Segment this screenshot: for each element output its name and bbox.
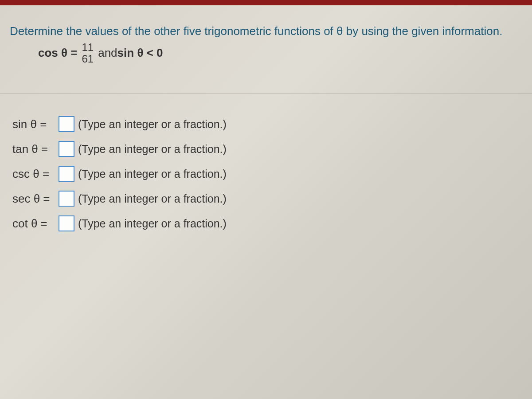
sin-input[interactable] xyxy=(59,116,74,132)
question-prompt: Determine the values of the other five t… xyxy=(10,24,522,39)
csc-label: csc θ = xyxy=(12,167,57,181)
sin-label: sin θ = xyxy=(12,117,57,131)
csc-hint: (Type an integer or a fraction.) xyxy=(78,168,227,180)
fraction-numerator: 11 xyxy=(80,42,96,53)
answer-row-sin: sin θ = (Type an integer or a fraction.) xyxy=(12,116,520,132)
tan-hint: (Type an integer or a fraction.) xyxy=(78,143,227,156)
given-fraction: 11 61 xyxy=(80,42,96,64)
sec-input[interactable] xyxy=(59,191,74,207)
given-and: and xyxy=(98,46,117,60)
answer-row-cot: cot θ = (Type an integer or a fraction.) xyxy=(12,215,520,231)
csc-input[interactable] xyxy=(59,166,74,182)
tan-label: tan θ = xyxy=(12,142,57,156)
tan-input[interactable] xyxy=(59,141,74,157)
cot-input[interactable] xyxy=(59,215,74,231)
sec-label: sec θ = xyxy=(12,192,57,206)
top-accent-bar xyxy=(0,0,532,5)
given-sin-condition: sin θ < 0 xyxy=(117,46,163,60)
answer-row-sec: sec θ = (Type an integer or a fraction.) xyxy=(12,191,520,207)
answer-row-tan: tan θ = (Type an integer or a fraction.) xyxy=(12,141,520,157)
answer-row-csc: csc θ = (Type an integer or a fraction.) xyxy=(12,166,520,182)
cot-label: cot θ = xyxy=(12,217,57,231)
answers-section: sin θ = (Type an integer or a fraction.)… xyxy=(0,94,532,231)
fraction-denominator: 61 xyxy=(80,53,96,64)
given-cos-label: cos θ = xyxy=(38,46,78,60)
sec-hint: (Type an integer or a fraction.) xyxy=(78,192,227,205)
cot-hint: (Type an integer or a fraction.) xyxy=(78,217,227,230)
question-panel: Determine the values of the other five t… xyxy=(0,5,532,74)
sin-hint: (Type an integer or a fraction.) xyxy=(78,118,227,131)
given-information: cos θ = 11 61 and sin θ < 0 xyxy=(38,42,522,64)
